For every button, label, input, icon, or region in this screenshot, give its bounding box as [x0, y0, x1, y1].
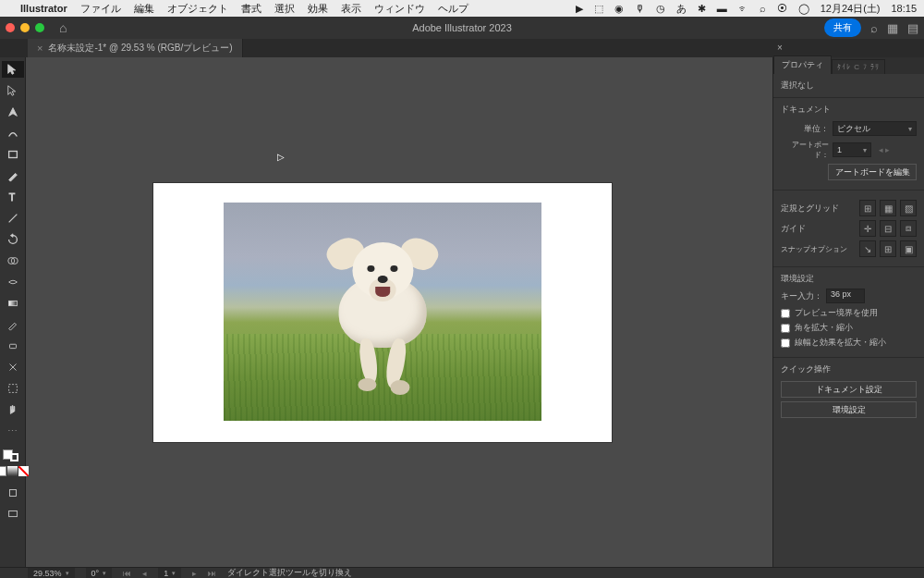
status-play-icon[interactable]: ▶ — [576, 3, 583, 15]
curvature-tool[interactable] — [2, 125, 24, 141]
rotate-tool[interactable] — [2, 231, 24, 248]
draw-mode[interactable] — [2, 485, 24, 501]
guide-lock-icon[interactable]: ⧈ — [900, 220, 917, 237]
app-menu[interactable]: Illustrator — [20, 3, 67, 14]
close-window-button[interactable] — [6, 23, 15, 32]
preferences-button[interactable]: 環境設定 — [781, 401, 917, 418]
document-setup-button[interactable]: ドキュメント設定 — [781, 381, 917, 398]
selection-tool[interactable] — [2, 61, 24, 78]
menubar-date[interactable]: 12月24日(土) — [821, 2, 881, 16]
menubar-time[interactable]: 18:15 — [891, 3, 917, 14]
snap-grid-icon[interactable]: ⊞ — [880, 240, 896, 257]
transparency-grid-icon[interactable]: ▨ — [900, 200, 917, 216]
menu-help[interactable]: ヘルプ — [438, 2, 468, 16]
menu-view[interactable]: 表示 — [341, 2, 361, 16]
menu-object[interactable]: オブジェクト — [167, 2, 228, 16]
artboard-select[interactable]: 1▾ — [833, 142, 871, 157]
edit-artboard-button[interactable]: アートボードを編集 — [828, 164, 917, 180]
artboard-nav-prev-icon[interactable]: ◂ — [142, 569, 147, 578]
scale-strokes-checkbox[interactable]: 線幅と効果を拡大・縮小 — [781, 337, 917, 349]
maximize-window-button[interactable] — [35, 23, 44, 32]
status-search-icon[interactable]: ⌕ — [760, 3, 766, 14]
document-tab-bar: × 名称未設定-1* @ 29.53 % (RGB/プレビュー) — [0, 39, 924, 57]
search-icon[interactable]: ⌕ — [870, 21, 878, 35]
menu-type[interactable]: 書式 — [241, 2, 261, 16]
rectangle-tool[interactable] — [2, 146, 24, 163]
menu-edit[interactable]: 編集 — [134, 2, 154, 16]
snap-pixel-icon[interactable]: ▣ — [900, 240, 917, 257]
shape-builder-tool[interactable] — [2, 252, 24, 269]
direct-selection-tool[interactable] — [2, 82, 24, 99]
screen-mode[interactable] — [2, 506, 24, 523]
status-wifi-icon[interactable]: ᯤ — [738, 3, 748, 14]
artboard[interactable] — [153, 183, 612, 442]
artboard-nav-field[interactable]: 1▾ — [158, 568, 181, 579]
home-button[interactable]: ⌂ — [54, 20, 72, 35]
status-battery-icon[interactable]: ▬ — [717, 3, 727, 14]
panel-close-icon[interactable]: × — [777, 43, 783, 53]
window-controls[interactable] — [6, 23, 44, 32]
grid-icon[interactable]: ▦ — [880, 200, 896, 216]
fill-stroke-swatch[interactable] — [3, 449, 22, 460]
document-tab-label: 名称未設定-1* @ 29.53 % (RGB/プレビュー) — [48, 42, 232, 55]
close-tab-icon[interactable]: × — [37, 43, 43, 54]
artboard-prev-icon[interactable]: ◂ — [879, 145, 883, 154]
artboard-nav-last-icon[interactable]: ⏭ — [208, 569, 216, 578]
edit-toolbar[interactable]: ⋯ — [2, 423, 24, 439]
color-mode-icon[interactable] — [0, 466, 6, 476]
snap-point-icon[interactable]: ↘ — [859, 240, 876, 257]
menu-file[interactable]: ファイル — [80, 2, 121, 16]
canvas[interactable]: ▷ — [26, 57, 772, 567]
toolbox: T ⋯ — [0, 57, 26, 567]
rotate-field[interactable]: 0°▾ — [86, 568, 113, 579]
svg-rect-5 — [8, 301, 17, 305]
status-box-icon[interactable]: ⬚ — [594, 3, 603, 15]
zoom-field[interactable]: 29.53%▾ — [28, 568, 75, 579]
color-mode-row[interactable] — [0, 466, 29, 476]
properties-tab[interactable]: プロパティ — [773, 55, 832, 74]
minimize-window-button[interactable] — [20, 23, 30, 32]
arrange-icon[interactable]: ▤ — [907, 21, 918, 35]
line-tool[interactable] — [2, 210, 24, 227]
artboard-tool[interactable] — [2, 380, 24, 397]
status-circle-icon[interactable]: ◉ — [614, 3, 624, 15]
menu-window[interactable]: ウィンドウ — [374, 2, 425, 16]
unit-select[interactable]: ピクセル▾ — [833, 121, 917, 136]
key-input-label: キー入力： — [781, 290, 822, 302]
status-control-icon[interactable]: ⦿ — [777, 3, 787, 14]
type-tool[interactable]: T — [2, 189, 24, 205]
gradient-mode-icon[interactable] — [7, 466, 18, 476]
scale-corners-checkbox[interactable]: 角を拡大・縮小 — [781, 322, 917, 334]
document-tab[interactable]: × 名称未設定-1* @ 29.53 % (RGB/プレビュー) — [28, 39, 243, 57]
status-mic-icon[interactable]: 🎙 — [635, 3, 645, 14]
ruler-icon[interactable]: ⊞ — [859, 200, 876, 216]
status-input-icon[interactable]: あ — [676, 2, 687, 16]
scissors-tool[interactable] — [2, 359, 24, 375]
menu-effect[interactable]: 効果 — [308, 2, 328, 16]
status-notif-icon[interactable]: ◯ — [798, 3, 809, 15]
artboard-nav-next-icon[interactable]: ▸ — [192, 569, 197, 578]
width-tool[interactable] — [2, 274, 24, 290]
libraries-tab[interactable]: ﾀｲﾚ C ﾌ ﾗﾘ — [832, 59, 885, 74]
eyedropper-tool[interactable] — [2, 316, 24, 333]
share-button[interactable]: 共有 — [824, 18, 861, 37]
menu-select[interactable]: 選択 — [274, 2, 295, 16]
stroke-swatch[interactable] — [10, 453, 18, 461]
preview-bounds-checkbox[interactable]: プレビュー境界を使用 — [781, 307, 917, 319]
artboard-nav-first-icon[interactable]: ⏮ — [123, 569, 131, 578]
document-section-label: ドキュメント — [781, 104, 917, 116]
status-bluetooth-icon[interactable]: ✱ — [698, 3, 706, 15]
key-input-field[interactable]: 36 px — [826, 289, 865, 303]
artboard-next-icon[interactable]: ▸ — [885, 145, 890, 154]
workspace-icon[interactable]: ▦ — [887, 21, 898, 35]
guide-hide-icon[interactable]: ⊟ — [880, 220, 896, 237]
eraser-tool[interactable] — [2, 338, 24, 354]
pen-tool[interactable] — [2, 104, 24, 120]
guide-cross-icon[interactable]: ✛ — [859, 220, 876, 237]
hand-tool[interactable] — [2, 401, 24, 418]
paintbrush-tool[interactable] — [2, 167, 24, 184]
main-area: T ⋯ — [0, 57, 924, 567]
gradient-tool[interactable] — [2, 295, 24, 312]
status-clock-icon[interactable]: ◷ — [656, 3, 665, 15]
placed-image[interactable] — [224, 203, 541, 421]
